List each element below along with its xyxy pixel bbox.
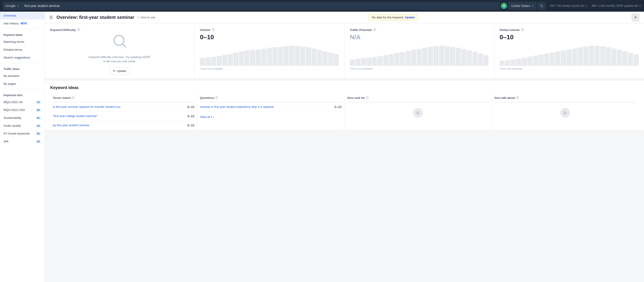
chart-bar (334, 54, 339, 66)
chart-bar (217, 56, 222, 66)
volume-trend-label: Trend not available (200, 67, 339, 70)
hamburger-icon[interactable]: ☰ (49, 15, 53, 20)
chart-bar (222, 55, 228, 66)
country-selector[interactable]: United States ▼ (508, 2, 537, 10)
chart-bar (261, 49, 266, 66)
sidebar-list-item[interactable]: MQA 2022 UK73 (0, 98, 44, 106)
how-to-use-link[interactable]: ⓘ How to use (137, 16, 155, 20)
kd-search-icon (112, 33, 128, 52)
empty-circle-icon: ⊘ (560, 108, 570, 118)
keyword-link[interactable]: seminar in first year student experience… (200, 105, 274, 108)
chart-bar (578, 47, 583, 66)
sidebar-item-related-terms[interactable]: Related terms (0, 46, 44, 54)
chart-bar (394, 53, 400, 66)
chart-bar (561, 50, 566, 66)
keyword-volume: 0–10 (334, 105, 342, 109)
chart-bar (361, 58, 366, 66)
sidebar-item-matching-terms[interactable]: Matching terms (0, 38, 44, 46)
col-help-icon[interactable]: ⓘ (366, 96, 368, 100)
page-title: Overview: first-year student seminar (56, 15, 134, 20)
chart-bar (317, 50, 322, 66)
overview-label: Overview (4, 14, 16, 17)
sidebar-list-item[interactable]: dell24 (0, 138, 44, 145)
keywords-lists-section-label: Keywords lists (0, 90, 44, 98)
chart-bar (312, 49, 316, 66)
chart-bar (484, 55, 489, 66)
weekly-reports-info: 658 / 700 weekly reports left ⓘ (550, 4, 587, 8)
sidebar-item-by-domains[interactable]: By domains (0, 72, 44, 80)
traffic-help-icon[interactable]: ⓘ (373, 28, 376, 32)
sidebar-list-item[interactable]: EY broad keywords52 (0, 130, 44, 138)
chart-bar (533, 56, 538, 66)
chart-bar (617, 50, 622, 66)
chart-bar (295, 46, 300, 66)
global-help-icon[interactable]: ⓘ (521, 28, 524, 32)
chart-bar (322, 51, 328, 66)
view-all-link[interactable]: View all 1 › (200, 114, 342, 120)
sidebar-list-item[interactable]: Audio quality14 (0, 122, 44, 130)
sidebar-list-item[interactable]: MQA 2022 USA29 (0, 106, 44, 114)
main-content: ☰ Overview: first-year student seminar ⓘ… (45, 12, 644, 282)
chart-bar (456, 48, 461, 66)
chart-bar (634, 54, 638, 66)
volume-help-icon[interactable]: ⓘ (212, 28, 215, 32)
volume-chart (200, 44, 339, 66)
chart-bar (239, 51, 244, 66)
chart-bar (606, 47, 611, 66)
chart-bar (589, 46, 594, 66)
ideas-col: Also talk about ⓘ⊘ (492, 94, 639, 130)
chart-bar (244, 50, 250, 66)
keyword-link[interactable]: by first year student seminar (53, 124, 90, 127)
chart-bar (278, 47, 283, 66)
sidebar-divider-2 (0, 63, 44, 63)
metric-card-traffic-potential: Traffic Potential ⓘ N/A Trend not availa… (344, 23, 494, 78)
update-link[interactable]: Update (405, 16, 415, 19)
chart-bar (478, 54, 483, 66)
chart-bar (228, 54, 233, 66)
add-button[interactable]: + (632, 14, 640, 22)
col-help-icon[interactable]: ⓘ (72, 96, 74, 100)
kd-unknown-text: Keyword difficulty unknown. Try updating… (89, 55, 150, 64)
keyword-link[interactable]: "first year college student seminar" (53, 114, 98, 118)
global-volume-value: 0–10 (500, 34, 639, 41)
chart-bar (211, 57, 216, 66)
chart-bar (516, 59, 522, 66)
volume-value: 0–10 (200, 34, 339, 41)
serp-help-icon[interactable]: ⓘ (639, 4, 641, 8)
kd-update-button[interactable]: ↻ Update (109, 67, 130, 75)
chart-bar (372, 57, 377, 66)
svg-line-1 (542, 6, 543, 8)
chart-bar (544, 54, 550, 66)
volume-label: Volume ⓘ (200, 28, 339, 32)
metric-card-keyword-difficulty: Keyword Difficulty ⓘ Keyword difficulty … (45, 23, 195, 78)
sidebar-list-item[interactable]: Sustainability41 (0, 114, 44, 122)
metrics-row: Keyword Difficulty ⓘ Keyword difficulty … (45, 23, 644, 79)
keyword-volume: 0–10 (187, 114, 194, 118)
beta-badge: BETA (20, 22, 28, 25)
sidebar-item-search-suggestions[interactable]: Search suggestions (0, 54, 44, 62)
chart-bar (505, 60, 510, 66)
search-button[interactable] (538, 2, 546, 10)
kd-help-icon[interactable]: ⓘ (77, 28, 80, 32)
keyword-link[interactable]: is first year seminar required for trans… (53, 105, 120, 108)
col-help-icon[interactable]: ⓘ (215, 96, 218, 100)
engine-selector[interactable]: Google ▼ (3, 2, 22, 10)
list-item-count: 29 (36, 108, 41, 112)
list-item-count: 73 (36, 101, 41, 104)
col-help-icon[interactable]: ⓘ (516, 96, 519, 100)
engine-label: Google (6, 4, 16, 8)
sidebar-divider-1 (0, 29, 44, 29)
global-trend-label: Trend not available (500, 67, 639, 70)
search-input[interactable] (24, 4, 497, 8)
ideas-col: Also rank for ⓘ⊘ (344, 94, 492, 130)
country-chevron-icon: ▼ (531, 5, 534, 7)
weekly-help-icon[interactable]: ⓘ (584, 4, 587, 8)
sidebar-item-ads-history[interactable]: Ads history BETA (0, 20, 44, 27)
engine-chevron-icon: ▼ (17, 5, 19, 7)
svg-point-0 (540, 5, 542, 7)
traffic-potential-label: Traffic Potential ⓘ (350, 28, 489, 32)
sidebar-divider-3 (0, 89, 44, 89)
sidebar-item-overview[interactable]: Overview (0, 12, 44, 20)
chart-bar (389, 54, 394, 66)
sidebar-item-by-pages[interactable]: By pages (0, 80, 44, 88)
